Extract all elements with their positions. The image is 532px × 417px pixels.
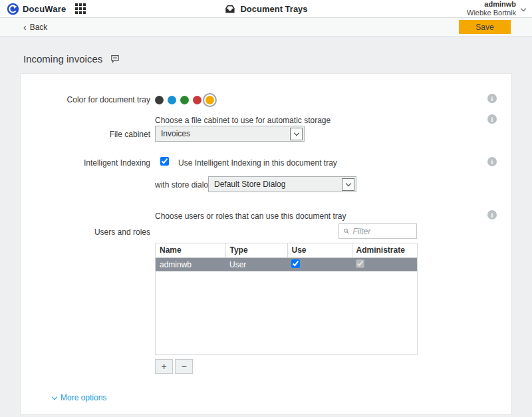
column-header-type[interactable]: Type xyxy=(225,243,287,257)
document-tray-icon xyxy=(224,5,235,14)
tray-title: Incoming invoices xyxy=(23,53,102,65)
color-swatch-red[interactable] xyxy=(193,96,201,104)
store-dialog-label: with store dialog xyxy=(155,180,213,190)
color-swatch-orange[interactable] xyxy=(205,96,214,104)
column-header-administrate[interactable]: Administrate xyxy=(352,243,417,257)
color-label: Color for document tray xyxy=(21,95,150,104)
cell-type: User xyxy=(225,257,287,271)
chevron-down-icon xyxy=(290,128,303,140)
chevron-left-icon: ‹ xyxy=(23,23,27,32)
administrate-checkbox xyxy=(356,259,364,268)
action-toolbar: ‹ Back Save xyxy=(0,18,532,37)
file-cabinet-select[interactable]: Invoices xyxy=(155,126,305,142)
back-label: Back xyxy=(30,23,48,32)
users-table-head-row: NameTypeUseAdministrate xyxy=(156,243,417,257)
more-options-label: More options xyxy=(61,393,106,402)
cell-name: adminwb xyxy=(156,257,225,271)
page-title: Document Trays xyxy=(224,0,307,18)
info-icon-cabinet[interactable]: i xyxy=(487,114,497,124)
search-icon xyxy=(343,227,349,235)
info-icon-users[interactable]: i xyxy=(487,210,497,219)
file-cabinet-value: Invoices xyxy=(161,129,190,138)
page-title-text: Document Trays xyxy=(240,4,307,14)
remove-user-button[interactable]: − xyxy=(175,359,193,374)
users-table-body: adminwbUser xyxy=(156,257,417,271)
docuware-logo-icon xyxy=(7,3,19,15)
intelligent-indexing-label: Intelligent Indexing xyxy=(21,158,150,168)
brand-name: DocuWare xyxy=(23,4,66,14)
chevron-down-icon xyxy=(342,178,354,191)
user-menu[interactable]: adminwb Wiebke Bortnik xyxy=(467,0,525,17)
color-swatch-black[interactable] xyxy=(155,96,164,104)
filter-input[interactable] xyxy=(352,227,412,236)
color-swatch-blue[interactable] xyxy=(168,96,176,104)
apps-grid-icon[interactable] xyxy=(75,3,86,14)
use-checkbox[interactable] xyxy=(291,259,300,268)
column-header-use[interactable]: Use xyxy=(287,243,352,257)
more-options-link[interactable]: More options xyxy=(53,393,106,402)
chevron-down-icon xyxy=(52,394,57,399)
save-button[interactable]: Save xyxy=(459,20,511,34)
cabinet-hint: Choose a file cabinet to use for automat… xyxy=(155,116,331,125)
filter-box xyxy=(338,223,417,239)
intelligent-indexing-checkbox[interactable] xyxy=(160,157,169,166)
info-icon-color[interactable]: i xyxy=(487,94,497,103)
column-header-name[interactable]: Name xyxy=(156,243,225,257)
color-swatches xyxy=(155,94,214,106)
store-dialog-select[interactable]: Default Store Dialog xyxy=(208,176,356,192)
table-row[interactable]: adminwbUser xyxy=(156,257,417,271)
docuware-logo[interactable]: DocuWare xyxy=(7,3,66,15)
back-button[interactable]: ‹ Back xyxy=(23,23,47,32)
chevron-down-icon xyxy=(521,6,526,11)
store-dialog-value: Default Store Dialog xyxy=(214,180,285,189)
file-cabinet-label: File cabinet xyxy=(21,130,150,139)
top-bar: DocuWare Document Trays adminwb Wiebke B… xyxy=(0,0,532,18)
users-roles-label: Users and roles xyxy=(21,227,150,237)
user-fullname: Wiebke Bortnik xyxy=(467,9,516,17)
content-area: Incoming invoices Color for document tra… xyxy=(0,37,532,415)
comment-icon[interactable] xyxy=(110,55,120,63)
info-icon-intelligent-indexing[interactable]: i xyxy=(487,157,497,166)
add-user-button[interactable]: + xyxy=(155,359,173,374)
color-swatch-green[interactable] xyxy=(180,96,189,104)
users-table: NameTypeUseAdministrate adminwbUser xyxy=(155,243,418,355)
tray-settings-card: Color for document tray i Choose a file … xyxy=(20,73,512,415)
username: adminwb xyxy=(467,0,516,9)
users-hint: Choose users or roles that can use this … xyxy=(155,211,346,221)
intelligent-indexing-checkbox-label[interactable]: Use Intelligent Indexing in this documen… xyxy=(178,158,337,168)
